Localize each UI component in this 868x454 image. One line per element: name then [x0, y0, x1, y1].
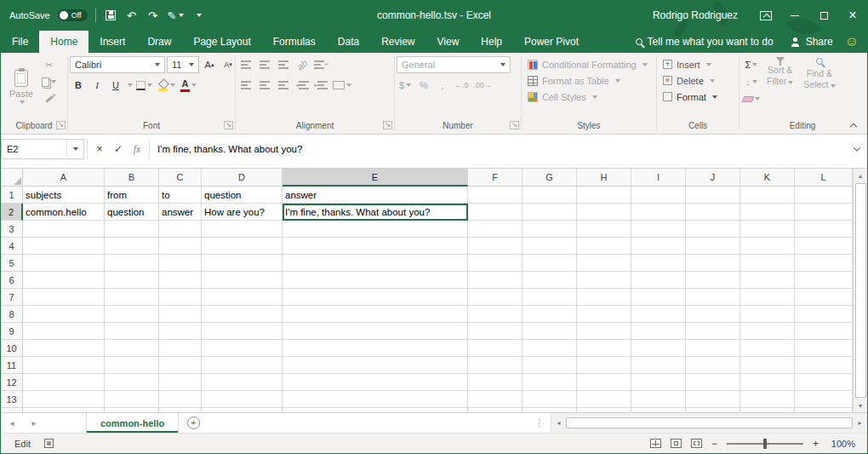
cell-D4[interactable]: [202, 238, 283, 255]
cell-A9[interactable]: [23, 323, 105, 340]
cell-A5[interactable]: [23, 255, 105, 272]
cell-I4[interactable]: [631, 238, 686, 255]
insert-function-button[interactable]: fx: [128, 139, 146, 159]
merge-center-button[interactable]: [331, 77, 353, 94]
cell-A3[interactable]: [23, 221, 105, 238]
horizontal-scroll-thumb[interactable]: [566, 417, 853, 428]
cell-E3[interactable]: [283, 221, 468, 238]
decrease-font-size-button[interactable]: A▾: [220, 56, 237, 73]
cell-A4[interactable]: [23, 238, 105, 255]
cell-B7[interactable]: [105, 289, 159, 306]
increase-font-size-button[interactable]: A▴: [201, 56, 218, 73]
name-box[interactable]: E2: [1, 139, 84, 159]
cell-I7[interactable]: [631, 289, 686, 306]
cell-G10[interactable]: [523, 340, 577, 357]
share-button[interactable]: Share: [782, 31, 842, 53]
zoom-slider-thumb[interactable]: [763, 439, 767, 449]
cell-D9[interactable]: [202, 323, 283, 340]
ribbon-display-options-button[interactable]: [751, 0, 780, 31]
find-select-button[interactable]: Find & Select: [798, 55, 840, 119]
zoom-level[interactable]: 100%: [828, 439, 855, 449]
tab-insert[interactable]: Insert: [89, 31, 136, 53]
cell-H8[interactable]: [577, 306, 631, 323]
normal-view-button[interactable]: [650, 439, 661, 448]
formula-bar-expand-button[interactable]: [848, 139, 865, 159]
cell-K13[interactable]: [740, 391, 795, 408]
decrease-decimal-button[interactable]: .00→: [472, 77, 494, 94]
row-header-3[interactable]: 3: [1, 221, 23, 238]
cell-C10[interactable]: [159, 340, 202, 357]
font-color-button[interactable]: A: [179, 77, 198, 94]
cell-G3[interactable]: [523, 221, 577, 238]
row-header-10[interactable]: 10: [1, 340, 23, 357]
tab-area-resize-handle[interactable]: ⋮: [528, 413, 551, 433]
cell-I11[interactable]: [631, 357, 686, 374]
cell-C3[interactable]: [159, 221, 202, 238]
number-format-combo[interactable]: General: [397, 56, 511, 73]
cell-B13[interactable]: [105, 391, 159, 408]
cell-I12[interactable]: [631, 374, 686, 391]
cell-A11[interactable]: [23, 357, 105, 374]
cell-C9[interactable]: [159, 323, 202, 340]
cell-J5[interactable]: [686, 255, 740, 272]
orientation-button[interactable]: ab: [290, 53, 314, 77]
cell-J1[interactable]: [686, 187, 740, 204]
tab-file[interactable]: File: [1, 31, 39, 53]
cell-F1[interactable]: [468, 187, 523, 204]
cell-J8[interactable]: [686, 306, 740, 323]
feedback-smiley-button[interactable]: ☺: [842, 31, 867, 53]
cell-D8[interactable]: [202, 306, 283, 323]
increase-decimal-button[interactable]: ←.0: [453, 77, 471, 94]
cell-J6[interactable]: [686, 272, 740, 289]
cell-B11[interactable]: [105, 357, 159, 374]
cell-G11[interactable]: [523, 357, 577, 374]
cell-L5[interactable]: [795, 255, 853, 272]
cell-E8[interactable]: [283, 306, 468, 323]
collapse-ribbon-button[interactable]: [846, 118, 861, 130]
cell-C4[interactable]: [159, 238, 202, 255]
cell-K11[interactable]: [740, 357, 795, 374]
user-name[interactable]: Rodrigo Rodriguez: [653, 9, 738, 21]
name-box-dropdown[interactable]: [66, 140, 78, 158]
cell-D13[interactable]: [202, 391, 283, 408]
row-header-8[interactable]: 8: [1, 306, 23, 323]
vertical-scroll-thumb[interactable]: [855, 183, 866, 398]
cell-A6[interactable]: [23, 272, 105, 289]
borders-button[interactable]: [134, 77, 154, 94]
cell-J7[interactable]: [686, 289, 740, 306]
vertical-scrollbar[interactable]: ▴ ▾: [853, 169, 867, 412]
chevron-down-icon[interactable]: [128, 83, 133, 87]
cell-K12[interactable]: [740, 374, 795, 391]
wrap-text-button[interactable]: ↵: [312, 56, 331, 73]
cell-E10[interactable]: [283, 340, 468, 357]
insert-cells-button[interactable]: + Insert: [659, 56, 737, 72]
cell-A1[interactable]: subjects: [23, 187, 105, 204]
cell-C8[interactable]: [159, 306, 202, 323]
cell-L6[interactable]: [795, 272, 853, 289]
font-size-combo[interactable]: 11: [167, 56, 199, 73]
cell-L2[interactable]: [795, 204, 853, 221]
row-header-7[interactable]: 7: [1, 289, 23, 306]
bold-button[interactable]: B: [70, 77, 87, 94]
cell-K2[interactable]: [740, 204, 795, 221]
cell-J12[interactable]: [686, 374, 740, 391]
cell-C6[interactable]: [159, 272, 202, 289]
row-header-13[interactable]: 13: [1, 391, 23, 408]
cell-K1[interactable]: [740, 187, 795, 204]
column-header-L[interactable]: L: [795, 169, 853, 187]
tab-formulas[interactable]: Formulas: [262, 31, 327, 53]
cell-G1[interactable]: [523, 187, 577, 204]
scroll-down-button[interactable]: ▾: [854, 399, 867, 412]
font-dialog-launcher[interactable]: ↘: [224, 121, 233, 129]
zoom-slider[interactable]: [727, 443, 803, 445]
cell-H3[interactable]: [577, 221, 631, 238]
decrease-indent-button[interactable]: ◂: [294, 77, 311, 94]
row-header-11[interactable]: 11: [1, 357, 23, 374]
cell-K8[interactable]: [740, 306, 795, 323]
cell-D12[interactable]: [202, 374, 283, 391]
cell-H4[interactable]: [577, 238, 631, 255]
cell-H13[interactable]: [577, 391, 631, 408]
align-middle-button[interactable]: [256, 56, 273, 73]
cell-F3[interactable]: [468, 221, 523, 238]
tab-view[interactable]: View: [426, 31, 471, 53]
